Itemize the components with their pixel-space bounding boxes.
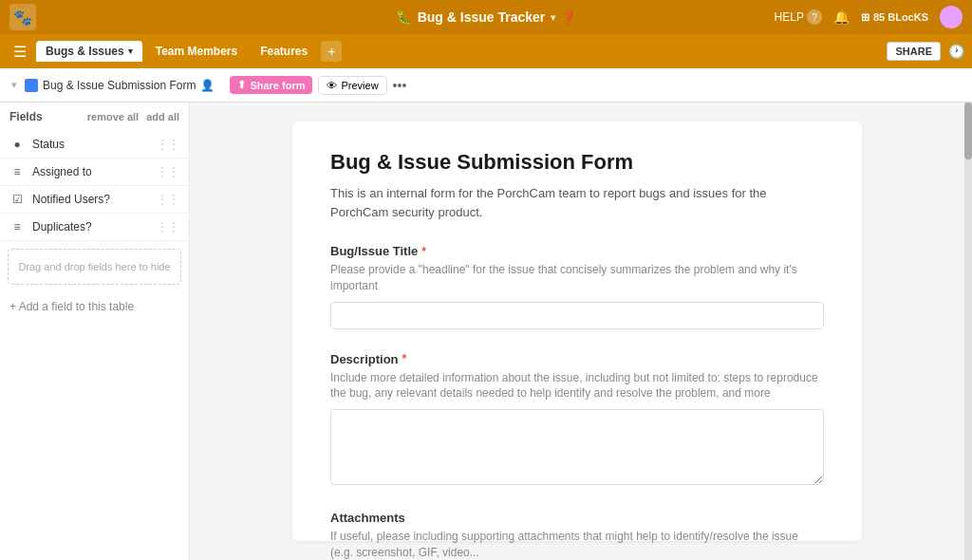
add-tab-button[interactable]: + xyxy=(321,41,342,62)
form-area: Bug & Issue Submission Form This is an i… xyxy=(190,103,964,560)
top-bar: 🐾 🐛 Bug & Issue Tracker ▾ ❓ HELP ? 🔔 ⊞ 8… xyxy=(0,0,972,34)
drop-zone: Drag and drop fields here to hide xyxy=(8,249,181,285)
scrollbar-thumb[interactable] xyxy=(964,103,972,159)
drag-handle-status[interactable]: ⋮⋮ xyxy=(157,138,179,151)
bell-icon[interactable]: 🔔 xyxy=(833,9,850,25)
blocks-icon: ⊞ xyxy=(861,11,869,24)
drag-handle-assigned[interactable]: ⋮⋮ xyxy=(157,165,179,178)
sidebar-header: Fields remove all add all xyxy=(0,103,189,131)
drag-handle-duplicates[interactable]: ⋮⋮ xyxy=(157,220,179,233)
nav-tab-features[interactable]: Features xyxy=(251,41,317,62)
title-chevron-icon[interactable]: ▾ xyxy=(551,12,555,23)
assigned-field-icon: ≡ xyxy=(9,164,25,179)
sub-nav: ▾ Bug & Issue Submission Form 👤 ⬆ Share … xyxy=(0,68,972,103)
app-title: 🐛 Bug & Issue Tracker ▾ ❓ xyxy=(396,9,577,25)
form-card: Bug & Issue Submission Form This is an i… xyxy=(292,121,862,541)
scrollbar[interactable] xyxy=(964,103,972,560)
field-item-status[interactable]: ● Status ⋮⋮ xyxy=(0,131,189,159)
hamburger-button[interactable]: ☰ xyxy=(8,39,32,65)
table-icon xyxy=(25,79,38,92)
subnav-chevron-icon[interactable]: ▾ xyxy=(11,79,17,91)
form-title: Bug & Issue Submission Form xyxy=(330,150,824,175)
subnav-actions: ⬆ Share form 👁 Preview ••• xyxy=(230,76,406,95)
bug-title-hint: Please provide a "headline" for the issu… xyxy=(330,262,824,294)
blocks-button[interactable]: ⊞ 85 BLocKS xyxy=(861,11,928,24)
field-item-assigned[interactable]: ≡ Assigned to ⋮⋮ xyxy=(0,159,189,186)
required-star-desc: * xyxy=(402,352,407,365)
preview-button[interactable]: 👁 Preview xyxy=(318,76,386,95)
sidebar-header-actions: remove all add all xyxy=(87,111,179,122)
description-hint: Include more detailed information about … xyxy=(330,370,824,402)
help-icon: ? xyxy=(807,9,822,25)
avatar[interactable] xyxy=(940,6,963,28)
share-button[interactable]: SHARE xyxy=(887,42,941,61)
description-label: Description * xyxy=(330,352,824,366)
sidebar: Fields remove all add all ● Status ⋮⋮ ≡ … xyxy=(0,103,190,560)
required-star-title: * xyxy=(421,245,426,258)
share-form-button[interactable]: ⬆ Share form xyxy=(230,76,312,94)
field-item-notified[interactable]: ☑ Notified Users? ⋮⋮ xyxy=(0,186,189,214)
more-options-button[interactable]: ••• xyxy=(393,78,407,93)
field-item-duplicates[interactable]: ≡ Duplicates? ⋮⋮ xyxy=(0,214,189,241)
form-description: This is an internal form for the PorchCa… xyxy=(330,184,824,221)
nav-tab-team[interactable]: Team Members xyxy=(146,41,247,62)
clock-icon[interactable]: 🕐 xyxy=(948,44,964,59)
person-icon: 👤 xyxy=(200,79,215,92)
description-textarea[interactable] xyxy=(330,409,824,485)
form-field-attachments: Attachments If useful, please including … xyxy=(330,511,824,560)
title-icon: 🐛 xyxy=(396,9,412,25)
app-logo[interactable]: 🐾 xyxy=(9,4,36,30)
form-field-bug-title: Bug/Issue Title * Please provide a "head… xyxy=(330,244,824,329)
form-field-description: Description * Include more detailed info… xyxy=(330,352,824,489)
bugs-tab-chevron-icon: ▾ xyxy=(128,47,133,56)
main-layout: Fields remove all add all ● Status ⋮⋮ ≡ … xyxy=(0,103,972,560)
nav-right: SHARE 🕐 xyxy=(887,42,964,61)
help-button[interactable]: HELP ? xyxy=(775,9,822,25)
remove-all-button[interactable]: remove all xyxy=(87,111,139,122)
svg-text:🐾: 🐾 xyxy=(13,9,32,27)
status-field-icon: ● xyxy=(9,137,25,152)
nav-tab-bugs[interactable]: Bugs & Issues ▾ xyxy=(36,41,142,62)
attachments-hint: If useful, please including supporting a… xyxy=(330,529,824,560)
share-form-icon: ⬆ xyxy=(237,79,246,91)
nav-bar: ☰ Bugs & Issues ▾ Team Members Features … xyxy=(0,34,972,68)
bug-title-label: Bug/Issue Title * xyxy=(330,244,824,258)
subnav-title: Bug & Issue Submission Form 👤 xyxy=(25,79,215,92)
duplicates-field-icon: ≡ xyxy=(9,219,25,234)
attachments-label: Attachments xyxy=(330,511,824,525)
add-field-button[interactable]: + Add a field to this table xyxy=(0,292,189,321)
top-bar-right: HELP ? 🔔 ⊞ 85 BLocKS xyxy=(775,6,963,28)
eye-icon: 👁 xyxy=(327,80,337,91)
drag-handle-notified[interactable]: ⋮⋮ xyxy=(157,193,179,206)
help-circle-icon[interactable]: ❓ xyxy=(561,10,576,25)
bug-title-input[interactable] xyxy=(330,302,824,329)
add-all-button[interactable]: add all xyxy=(146,111,179,122)
notified-field-icon: ☑ xyxy=(9,192,25,207)
